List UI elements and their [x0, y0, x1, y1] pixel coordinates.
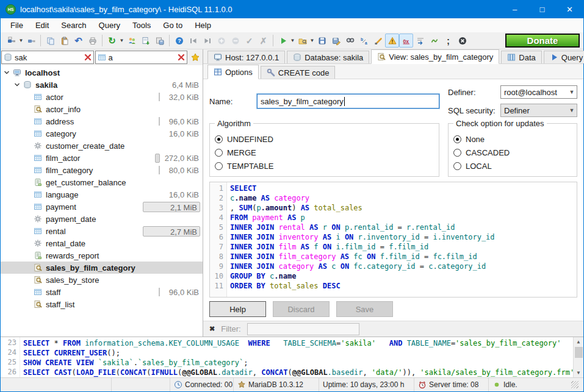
post-changes-icon[interactable]: ✓	[242, 34, 256, 48]
tree-item-language[interactable]: language16,0 KiB	[1, 188, 203, 201]
radio-undefined[interactable]: UNDEFINED	[215, 132, 434, 146]
disconnect-icon[interactable]	[24, 34, 38, 48]
maximize-button[interactable]: □	[528, 1, 556, 18]
tab-query[interactable]: Query	[544, 51, 584, 63]
tree-item-staff[interactable]: staff96,0 KiB	[1, 286, 203, 298]
radio-local[interactable]: LOCAL	[453, 159, 572, 173]
tree-item-address[interactable]: address96,0 KiB	[1, 115, 203, 127]
save-sql-icon[interactable]	[315, 34, 329, 48]
chevron-expanded-icon[interactable]	[2, 68, 12, 77]
subtab-options[interactable]: Options	[207, 65, 259, 79]
view-select-code-editor[interactable]: 1234567891011 SELECTc.name AS category, …	[209, 182, 577, 298]
tree-item-localhost[interactable]: localhost	[1, 66, 203, 79]
favorites-star-icon[interactable]	[189, 51, 202, 64]
tree-item-rental_date[interactable]: rental_date	[1, 237, 203, 249]
cancel-editing-icon[interactable]: ✗	[256, 34, 270, 48]
sql-security-combobox[interactable]: Definer ▼	[500, 104, 577, 117]
tree-item-category[interactable]: category16,0 KiB	[1, 127, 203, 140]
menu-query[interactable]: Query	[93, 19, 126, 32]
tree-item-rental[interactable]: rental2,7 MiB	[1, 225, 203, 237]
find-icon[interactable]	[343, 34, 357, 48]
chevron-down-icon[interactable]: ▼	[119, 38, 124, 43]
menu-help[interactable]: Help	[189, 19, 217, 32]
tree-item-actor[interactable]: actor32,0 KiB	[1, 91, 203, 103]
radio-none[interactable]: None	[453, 132, 572, 146]
replace-icon[interactable]: ba	[357, 34, 371, 48]
tab-data[interactable]: Data	[501, 51, 541, 63]
radio-merge[interactable]: MERGE	[215, 146, 434, 159]
save-sql-as-icon[interactable]	[329, 34, 343, 48]
refresh-icon[interactable]: ↻	[105, 34, 119, 48]
stop-icon[interactable]	[455, 34, 469, 48]
code-line: ORDER BY total_sales DESC	[230, 281, 577, 291]
menu-search[interactable]: Search	[55, 19, 92, 32]
close-button[interactable]: ✕	[556, 1, 583, 18]
export-rows-icon[interactable]	[139, 34, 153, 48]
menu-tools[interactable]: Tools	[126, 19, 157, 32]
tree-filter-input-1[interactable]: sak	[1, 51, 94, 64]
semicolon-icon[interactable]: ;	[441, 34, 455, 48]
subtab-create-code[interactable]: CREATE code	[261, 66, 336, 79]
load-sql-icon[interactable]	[295, 34, 309, 48]
tab-view-sales-by-film-category[interactable]: View: sales_by_film_category	[371, 49, 499, 64]
delete-record-icon[interactable]	[228, 34, 242, 48]
view-options-form: Name: sales_by_film_category Definer: ro…	[203, 79, 583, 180]
radio-cascaded[interactable]: CASCADED	[453, 146, 572, 159]
warning-toggle-icon[interactable]	[385, 34, 399, 48]
definer-combobox[interactable]: root@localhost ▼	[500, 85, 577, 99]
menu-edit[interactable]: Edit	[29, 19, 55, 32]
copy-icon[interactable]	[43, 34, 57, 48]
user-manager-icon[interactable]	[124, 34, 139, 48]
radio-temptable[interactable]: TEMPTABLE	[215, 159, 434, 173]
tree-item-payment_date[interactable]: payment_date	[1, 213, 203, 225]
hex-toggle-icon[interactable]: 0x	[399, 34, 413, 48]
scroll-thumb[interactable]	[575, 347, 583, 358]
beautify-icon[interactable]	[371, 34, 385, 48]
scroll-down-icon[interactable]: ▼	[574, 368, 583, 377]
paste-icon[interactable]	[57, 34, 71, 48]
sql-log-panel[interactable]: 23242526 SELECT * FROM information_schem…	[1, 337, 583, 377]
filter-input[interactable]	[247, 323, 359, 335]
first-record-icon[interactable]	[186, 34, 200, 48]
minimize-button[interactable]: –	[501, 1, 528, 18]
tree-item-get_customer_balance[interactable]: get_customer_balance	[1, 176, 203, 188]
chevron-down-icon[interactable]: ▼	[309, 38, 315, 43]
tree-item-sales_by_store[interactable]: sales_by_store	[1, 274, 203, 286]
clear-filter-icon[interactable]	[84, 53, 92, 62]
undo-icon[interactable]: ↶	[71, 34, 85, 48]
view-name-input[interactable]: sales_by_film_category	[257, 94, 439, 109]
tab-database-sakila[interactable]: Database: sakila	[287, 51, 369, 63]
donate-button[interactable]: Donate	[505, 34, 580, 48]
clear-filter-icon[interactable]	[177, 53, 186, 62]
run-query-icon[interactable]	[276, 34, 290, 48]
tree-item-rewards_report[interactable]: rewards_report	[1, 249, 203, 262]
help-button[interactable]: Help	[209, 301, 266, 317]
session-manager-icon[interactable]	[4, 34, 18, 48]
tree-item-sales_by_film_category[interactable]: sales_by_film_category	[1, 262, 203, 274]
scroll-up-icon[interactable]: ▲	[574, 337, 583, 346]
tree-item-customer_create_date[interactable]: customer_create_date	[1, 140, 203, 152]
insert-record-icon[interactable]	[214, 34, 228, 48]
chevron-down-icon[interactable]: ▼	[290, 38, 295, 43]
tree-filter-input-2[interactable]: a	[95, 51, 188, 64]
close-filter-icon[interactable]: ✖	[209, 325, 215, 333]
bind-params-icon[interactable]	[427, 34, 441, 48]
tree-item-sakila[interactable]: sakila6,4 MiB	[1, 79, 203, 91]
menu-go-to[interactable]: Go to	[157, 19, 189, 32]
resize-grip[interactable]	[571, 381, 579, 388]
save-blob-icon[interactable]	[153, 34, 167, 48]
print-icon[interactable]	[85, 34, 99, 48]
indentation-icon[interactable]	[413, 34, 427, 48]
tree-item-staff_list[interactable]: staff_list	[1, 298, 203, 310]
log-scrollbar[interactable]: ▲ ▼	[573, 337, 583, 377]
chevron-down-icon[interactable]: ▼	[18, 38, 24, 43]
tree-item-actor_info[interactable]: actor_info	[1, 103, 203, 115]
chevron-expanded-icon[interactable]	[12, 80, 22, 89]
tab-host-127-0-0-1[interactable]: Host: 127.0.0.1	[207, 51, 285, 63]
tree-item-payment[interactable]: payment2,1 MiB	[1, 201, 203, 213]
help-icon[interactable]: ?	[172, 34, 186, 48]
tree-item-film_category[interactable]: film_category80,0 KiB	[1, 164, 203, 176]
menu-file[interactable]: File	[4, 19, 29, 32]
tree-item-film_actor[interactable]: film_actor272,0 KiB	[1, 152, 203, 164]
last-record-icon[interactable]	[200, 34, 214, 48]
